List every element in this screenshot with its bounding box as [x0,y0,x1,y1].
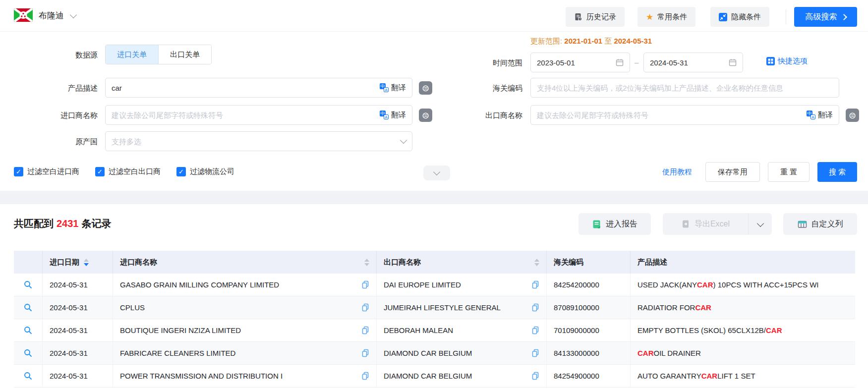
topbar-divider [786,9,786,24]
filter-logistics[interactable]: 过滤物流公司 [176,167,234,176]
country-selector-label[interactable]: 布隆迪 [39,10,64,21]
exporter-cell: DIAMOND CAR BELGIUM [377,365,547,387]
copy-icon[interactable] [361,372,369,380]
hs-code-cell: 87089100000 [547,296,631,319]
history-button-label: 历史记录 [586,12,616,22]
date-end-input[interactable] [650,58,725,67]
checkbox-checked-icon[interactable] [176,167,186,176]
calendar-icon [729,58,737,66]
enter-report-button[interactable]: 进入报告 [579,213,651,235]
favorites-button-label: 常用条件 [657,12,687,22]
tutorial-link[interactable]: 使用教程 [662,167,692,177]
filter-blank-exporter[interactable]: 过滤空白出口商 [95,167,161,176]
synonym-icon[interactable] [846,109,859,122]
advanced-search-button[interactable]: 高级搜索 [794,7,857,27]
sort-control[interactable] [364,259,369,266]
sort-control[interactable] [534,259,539,266]
copy-icon[interactable] [361,326,369,334]
filter-label: 过滤空白出口商 [109,167,161,176]
detail-cell [14,274,43,296]
magnifier-icon[interactable] [24,326,32,334]
copy-icon[interactable] [361,280,369,289]
copy-icon[interactable] [531,349,539,357]
copy-icon[interactable] [361,349,369,357]
product-desc-field[interactable]: 中A 翻译 [105,78,412,98]
copy-icon[interactable] [531,326,539,334]
summary-suffix: 条记录 [82,218,112,229]
col-exporter[interactable]: 出口商名称 [377,251,547,274]
search-button[interactable]: 搜 索 [817,162,857,182]
exporter-input[interactable] [537,111,803,119]
product-desc-cell: USED JACK(ANY CAR) 10PCS WITH ACC+15PCS … [631,274,855,296]
date-start-field[interactable] [530,53,630,72]
trade-data-search-page: 布隆迪 历史记录 常用条件 隐藏条件 [0,0,868,390]
magnifier-icon[interactable] [24,372,32,380]
col-product-desc-label: 产品描述 [637,258,667,267]
product-desc-cell: AUTO GARANTRY CAR LIFT 1 SET [631,365,855,387]
update-range-label: 更新范围: [530,37,562,45]
product-desc-input[interactable] [112,84,376,92]
tab-import-declarations[interactable]: 进口关单 [106,45,158,64]
checkbox-checked-icon[interactable] [95,167,105,176]
hide-conditions-button[interactable]: 隐藏条件 [710,7,769,27]
exporter-cell: JUMEIRAH LIFESTYLE GENERAL [377,296,547,319]
customize-columns-button[interactable]: 自定义列 [783,213,857,235]
export-menu-button[interactable] [748,213,772,235]
translate-label: 翻译 [818,111,833,120]
translate-button[interactable]: 中A 翻译 [380,83,406,93]
translate-icon: 中A [380,111,389,119]
col-importer[interactable]: 进口商名称 [113,251,377,274]
origin-country-label: 原产国 [20,137,98,147]
translate-button[interactable]: 中A 翻译 [807,111,833,120]
magnifier-icon[interactable] [24,349,32,357]
table-row[interactable]: 2024-05-31 POWER TRANSMISSION AND DISTRI… [14,365,855,388]
detail-cell [14,319,43,341]
table-row[interactable]: 2024-05-31 CPLUS JUMEIRAH LIFESTYLE GENE… [14,296,855,319]
chevron-right-icon [841,14,847,20]
chevron-down-icon[interactable] [70,11,77,18]
reset-button[interactable]: 重 置 [768,162,810,182]
checkbox-checked-icon[interactable] [14,167,23,176]
data-source-tabs: 进口关单 出口关单 [105,45,212,64]
export-icon [681,220,690,228]
date-range-separator: – [635,58,638,66]
sort-control[interactable] [84,259,89,266]
importer-cell: GASABO GRAIN MILLING COMPANY LIMITED [113,274,377,296]
advanced-search-label: 高级搜索 [806,12,837,22]
translate-icon: 中A [807,111,815,119]
hs-code-cell: 84254200000 [547,274,631,296]
copy-icon[interactable] [531,280,539,289]
importer-field[interactable]: 中A 翻译 [105,105,412,125]
date-start-input[interactable] [537,58,612,67]
table-row[interactable]: 2024-05-31 GASABO GRAIN MILLING COMPANY … [14,274,855,296]
copy-icon[interactable] [531,372,539,380]
translate-label: 翻译 [391,83,406,93]
magnifier-icon[interactable] [24,280,32,289]
hs-code-input[interactable] [537,84,833,92]
detail-cell [14,296,43,319]
date-end-field[interactable] [643,53,743,72]
filter-blank-importer[interactable]: 过滤空白进口商 [14,167,79,176]
favorites-button[interactable]: 常用条件 [637,7,695,27]
copy-icon[interactable] [531,303,539,312]
export-excel-button[interactable]: 导出Excel [663,213,748,235]
quick-options-button[interactable]: 快捷选项 [766,56,808,66]
table-row[interactable]: 2024-05-31 BOUTIQUE INGERI NZIZA LIMITED… [14,319,855,342]
origin-country-input[interactable] [112,137,397,146]
star-icon [646,13,653,21]
hide-conditions-label: 隐藏条件 [731,12,761,22]
col-import-date[interactable]: 进口日期 [43,251,113,274]
magnifier-icon[interactable] [24,303,32,312]
origin-country-select[interactable] [105,131,412,151]
copy-icon[interactable] [361,303,369,312]
importer-input[interactable] [112,111,376,119]
hs-code-field[interactable] [530,78,839,98]
history-button[interactable]: 历史记录 [566,7,625,27]
collapse-form-button[interactable] [423,166,450,180]
tab-export-declarations[interactable]: 出口关单 [158,45,211,64]
table-row[interactable]: 2024-05-31 FABRICARE CLEANERS LIMITED DI… [14,342,855,365]
exporter-field[interactable]: 中A 翻译 [530,105,839,125]
save-conditions-button[interactable]: 保存常用 [705,162,760,182]
translate-label: 翻译 [391,111,406,120]
translate-button[interactable]: 中A 翻译 [380,111,406,120]
